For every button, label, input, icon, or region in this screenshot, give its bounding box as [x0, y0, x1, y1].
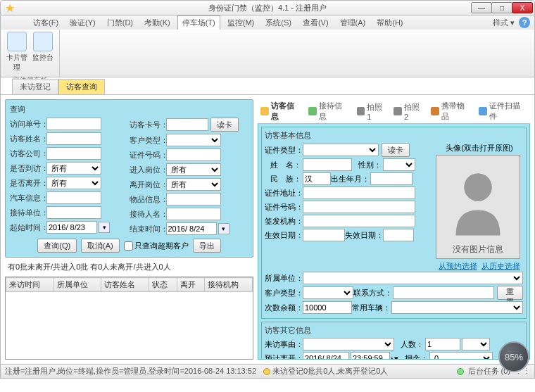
reception-icon — [308, 107, 317, 115]
help-icon[interactable]: ? — [519, 17, 530, 28]
valid-to-input[interactable] — [383, 229, 414, 241]
rtab-visitor-info[interactable]: 访客信息 — [260, 101, 301, 122]
rtab-photo2[interactable]: 拍照2 — [394, 101, 424, 122]
cust-type-select[interactable] — [166, 134, 221, 146]
people-extra-select[interactable] — [462, 338, 490, 350]
col-unit[interactable]: 所属单位 — [54, 278, 101, 292]
from-history-link[interactable]: 从历史选择 — [482, 261, 520, 272]
basic-cust-type[interactable] — [303, 286, 353, 299]
company-input[interactable] — [46, 147, 101, 160]
car-info-input[interactable] — [46, 191, 101, 204]
out-post-select[interactable]: 所有 — [166, 178, 221, 191]
rtab-scan[interactable]: 证件扫描件 — [479, 101, 527, 122]
search-button[interactable]: 查询(Q) — [37, 239, 77, 253]
contact-input[interactable] — [393, 286, 494, 299]
end-date-input[interactable] — [166, 222, 217, 235]
menu-monitor[interactable]: 监控(M) — [223, 16, 259, 30]
rtab-goods[interactable]: 携带物品 — [431, 101, 472, 122]
birth-input[interactable] — [370, 172, 413, 185]
id-type-select[interactable] — [303, 144, 379, 156]
valid-from-input[interactable] — [303, 229, 345, 241]
status-dot-icon — [263, 368, 270, 375]
col-leave[interactable]: 离开 — [177, 278, 205, 292]
menu-manage[interactable]: 管理(A) — [336, 16, 370, 30]
from-appointment-link[interactable]: 从预约选择 — [439, 261, 477, 272]
basic-name-input[interactable] — [303, 158, 352, 171]
status-green-icon — [457, 368, 464, 375]
read-id-button[interactable]: 读卡 — [382, 143, 410, 157]
in-post-select[interactable]: 所有 — [166, 163, 221, 176]
box-icon — [431, 107, 439, 115]
ribbon-card-manage[interactable]: 卡片管理 — [5, 32, 29, 72]
menu-system[interactable]: 系统(S) — [261, 16, 296, 30]
photo-title: 头像(双击打开原图) — [436, 143, 523, 153]
sex-select[interactable] — [383, 158, 415, 171]
window-title: 身份证门禁（监控）4.1 - 注册用户 — [208, 3, 327, 13]
start-date-input[interactable] — [46, 221, 97, 234]
reset-button[interactable]: 重置 — [497, 286, 523, 300]
basic-info-section: 访客基本信息 证件类型：读卡 姓 名：性别： 民 族：出生年月： 证件地址： 证… — [261, 127, 527, 319]
visitor-name-input[interactable] — [46, 132, 101, 145]
app-icon: ★ — [2, 0, 18, 15]
menu-attendance[interactable]: 考勤(K) — [140, 16, 175, 30]
query-panel: 查询 访问单号： 访客姓名： 访客公司： 是否到访：所有 是否离开：所有 汽车信… — [5, 99, 253, 258]
rtab-photo1[interactable]: 拍照1 — [357, 101, 387, 122]
query-title: 查询 — [10, 104, 248, 115]
grid-summary: 有0批未离开/共进入0批 有0人未离开/共进入0人 — [8, 262, 253, 272]
rtab-reception[interactable]: 接待信息 — [308, 101, 349, 122]
col-recv-org[interactable]: 接待机构 — [205, 278, 253, 292]
dept-select[interactable] — [303, 272, 523, 284]
arrived-select[interactable]: 所有 — [46, 162, 101, 175]
scan-icon — [479, 107, 487, 115]
cancel-button[interactable]: 取消(A) — [81, 239, 120, 253]
menu-verify[interactable]: 验证(Y) — [65, 16, 100, 30]
status-login: 注册=注册用户,岗位=终端,操作员=管理员,登录时间=2016-08-24 13… — [5, 366, 256, 377]
addr-input[interactable] — [303, 186, 415, 199]
reason-select[interactable] — [303, 338, 394, 350]
goods-input[interactable] — [166, 193, 221, 206]
leave-time-input[interactable] — [351, 352, 390, 360]
calendar-icon[interactable]: ▾ — [99, 222, 110, 233]
nation-input[interactable] — [303, 172, 331, 185]
avatar-placeholder-icon — [446, 165, 510, 236]
results-grid[interactable]: 来访时间 所属单位 访客姓名 状态 离开 接待机构 — [5, 277, 253, 360]
tab-query[interactable]: 访客查询 — [58, 79, 105, 94]
calendar-icon[interactable]: ▾ — [218, 223, 229, 234]
menu-visitor[interactable]: 访客(F) — [29, 16, 63, 30]
people-input[interactable] — [425, 338, 460, 350]
left-select[interactable]: 所有 — [46, 177, 101, 189]
recv-person-input[interactable] — [166, 208, 221, 220]
status-visitors: 来访登记0批共0人,未离开登记0人 — [272, 366, 388, 377]
leave-date-input[interactable] — [303, 352, 349, 360]
style-dropdown[interactable]: 样式 ▾ — [493, 18, 515, 28]
recv-unit-input[interactable] — [46, 206, 101, 219]
id-no-input[interactable] — [166, 148, 221, 161]
title-bar: ★ 身份证门禁（监控）4.1 - 注册用户 — □ X — [0, 0, 535, 15]
idno-input[interactable] — [303, 201, 415, 213]
maximize-button[interactable]: □ — [491, 2, 512, 13]
tab-register[interactable]: 来访登记 — [12, 79, 58, 94]
ribbon: 卡片管理 监控台 立体停车场 — [0, 30, 535, 77]
col-status[interactable]: 状态 — [149, 278, 177, 292]
vehicle-select[interactable] — [391, 301, 523, 314]
ribbon-monitor-console[interactable]: 监控台 — [31, 32, 55, 63]
overdue-checkbox[interactable]: 只查询超期客户 — [124, 241, 189, 251]
col-visit-time[interactable]: 来访时间 — [6, 278, 54, 292]
menu-view[interactable]: 查看(V) — [298, 16, 333, 30]
menu-help[interactable]: 帮助(H) — [372, 16, 407, 30]
issue-input[interactable] — [303, 215, 415, 227]
photo-box[interactable]: 没有图片信息 — [436, 155, 520, 259]
export-button[interactable]: 导出 — [193, 239, 221, 253]
menu-parking[interactable]: 停车场(T) — [177, 15, 220, 30]
person-icon — [260, 107, 269, 115]
card-no-input[interactable] — [166, 118, 208, 131]
deposit-select[interactable]: 0 — [429, 352, 493, 360]
menu-door[interactable]: 门禁(D) — [103, 16, 137, 30]
col-name[interactable]: 访客姓名 — [101, 278, 149, 292]
close-button[interactable]: X — [512, 2, 533, 13]
minimize-button[interactable]: — — [471, 2, 492, 13]
count-input[interactable] — [303, 301, 352, 314]
read-card-button[interactable]: 读卡 — [210, 118, 239, 132]
visit-no-input[interactable] — [46, 118, 101, 130]
svg-point-0 — [464, 173, 492, 201]
